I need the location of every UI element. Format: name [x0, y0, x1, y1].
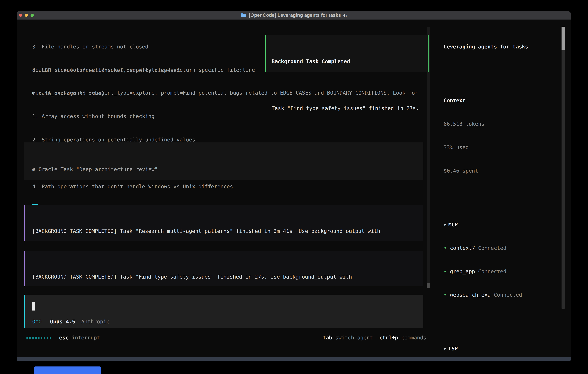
- bullet-icon: •: [444, 292, 447, 298]
- toast-body: Task "Find type safety issues" finished …: [272, 104, 428, 112]
- mcp-status: Connected: [478, 269, 506, 274]
- session-title: Leveraging agents for tasks: [444, 43, 565, 51]
- message-line: [BACKGROUND TASK COMPLETED] Task "Resear…: [32, 227, 423, 235]
- titlebar: [OpenCode] Leveraging agents for tasks ◐: [17, 11, 571, 20]
- gear-icon: ⚙: [32, 90, 35, 96]
- tab-key-label: switch agent: [335, 334, 373, 342]
- mcp-name: websearch_exa: [450, 292, 491, 298]
- mcp-item: •websearch_exa Connected: [444, 291, 565, 299]
- message-block: [BACKGROUND TASK COMPLETED] Task "Resear…: [24, 205, 423, 241]
- context-spent: $0.46 spent: [444, 167, 565, 175]
- oracle-task-title: Oracle Task "Deep architecture review": [39, 166, 158, 172]
- window-bottom-edge: [17, 357, 571, 361]
- fisheye-icon: ◉: [32, 166, 35, 172]
- esc-key-label: interrupt: [72, 334, 100, 342]
- ctrlp-key-label: commands: [401, 334, 426, 342]
- mcp-name: grep_app: [450, 269, 475, 274]
- input-model-label: Opus 4.5: [50, 318, 75, 326]
- mcp-heading: MCP: [448, 222, 458, 228]
- text-cursor: [32, 302, 35, 311]
- chevron-down-icon: ▼: [444, 346, 446, 351]
- context-heading: Context: [444, 97, 565, 104]
- scrollback-line: Search src/tools/, src/hooks/, src/featu…: [32, 66, 255, 74]
- message-line: [BACKGROUND TASK COMPLETED] Task "Find t…: [32, 273, 423, 281]
- input-agent-label: OmO: [32, 318, 42, 326]
- context-tokens: 66,518 tokens: [444, 120, 565, 128]
- close-button[interactable]: [19, 14, 22, 17]
- window-title: [OpenCode] Leveraging agents for tasks: [249, 12, 341, 18]
- mcp-item: •context7 Connected: [444, 244, 565, 252]
- bullet-icon: •: [444, 245, 447, 251]
- sidebar: Leveraging agents for tasks Context 66,5…: [444, 27, 565, 361]
- prompt-input[interactable]: OmO Opus 4.5 Anthropic: [24, 295, 423, 328]
- zoom-button[interactable]: [31, 14, 34, 17]
- toast-title: Background Task Completed: [272, 58, 428, 65]
- folder-icon: [241, 13, 247, 18]
- window-title-group: [OpenCode] Leveraging agents for tasks ◐: [241, 12, 347, 18]
- background-task-toast: Background Task Completed Task "Find typ…: [265, 35, 429, 72]
- message-block: [BACKGROUND TASK COMPLETED] Task "Find t…: [24, 251, 423, 286]
- oracle-task-panel: ◉ Oracle Task "Deep architecture review"…: [24, 143, 423, 180]
- bullet-icon: •: [444, 269, 447, 274]
- mcp-status: Connected: [494, 292, 522, 298]
- ctrlp-key-hint: ctrl+p: [379, 334, 398, 342]
- spinner-dots-icon: [26, 334, 52, 342]
- status-bar: esc interrupt tab switch agent ctrl+p co…: [24, 334, 426, 342]
- scrollback-line: 3. File handles or streams not closed: [32, 43, 180, 51]
- app-window: [OpenCode] Leveraging agents for tasks ◐…: [17, 11, 571, 361]
- chevron-down-icon: ▼: [444, 222, 446, 227]
- lsp-heading: LSP: [448, 346, 458, 352]
- mcp-section-header[interactable]: ▼MCP: [444, 221, 565, 229]
- minimize-button[interactable]: [25, 14, 28, 17]
- esc-key-hint: esc: [59, 334, 69, 342]
- activity-icon: ◐: [343, 13, 347, 18]
- context-used: 33% used: [444, 144, 565, 151]
- mcp-name: context7: [450, 245, 475, 251]
- mcp-status: Connected: [478, 245, 506, 251]
- background-window-sliver: [34, 366, 101, 374]
- chat-scrollbar-thumb[interactable]: [427, 283, 430, 288]
- mcp-item: •grep_app Connected: [444, 268, 565, 275]
- tab-key-hint: tab: [323, 334, 332, 342]
- sidebar-scrollbar-track[interactable]: [562, 27, 565, 309]
- sidebar-scrollbar-thumb[interactable]: [562, 27, 565, 50]
- screen: [OpenCode] Leveraging agents for tasks ◐…: [0, 0, 588, 374]
- input-provider-label: Anthropic: [81, 318, 109, 326]
- lsp-section-header[interactable]: ▼LSP: [444, 345, 565, 353]
